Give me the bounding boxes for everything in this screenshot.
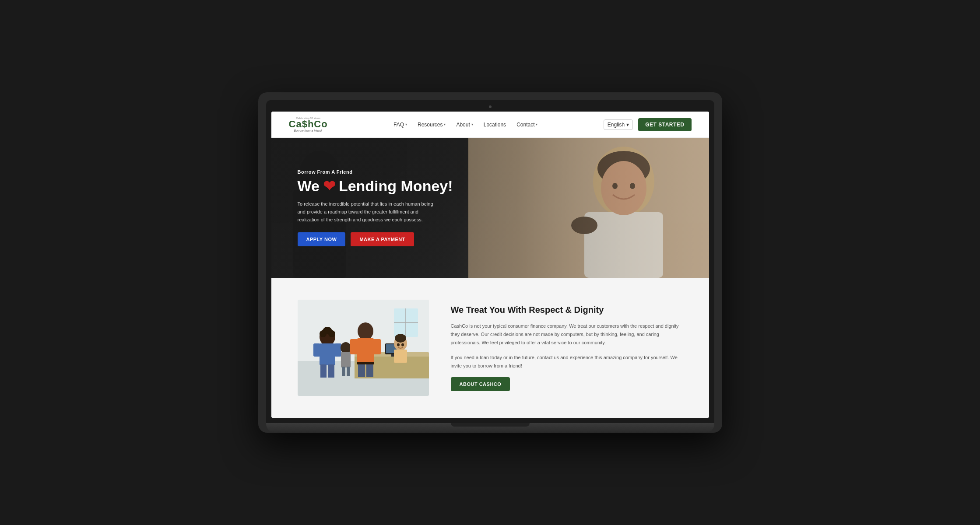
svg-point-45 (395, 334, 406, 343)
header-right: English ▾ GET STARTED (604, 118, 692, 131)
nav-contact[interactable]: Contact ▾ (512, 119, 542, 130)
laptop-base (266, 423, 714, 433)
svg-rect-28 (320, 343, 335, 365)
svg-point-7 (571, 217, 597, 234)
lang-chevron-icon: ▾ (626, 122, 629, 128)
logo-tagline: Borrow from a friend. (294, 129, 322, 132)
faq-chevron-icon: ▾ (405, 122, 407, 126)
svg-rect-42 (366, 363, 373, 377)
nav-locations[interactable]: Locations (479, 119, 510, 130)
language-selector[interactable]: English ▾ (604, 119, 633, 130)
about-paragraph-2: If you need a loan today or in the futur… (451, 354, 683, 370)
svg-rect-41 (358, 363, 365, 377)
hero-content: Borrow From A Friend We ❤ Lending Money!… (298, 169, 453, 246)
about-cashco-button[interactable]: ABOUT CASHCO (451, 377, 510, 391)
svg-rect-20 (391, 354, 394, 357)
about-image (298, 300, 429, 396)
svg-rect-43 (357, 362, 374, 364)
svg-rect-40 (373, 339, 381, 354)
about-title: We Treat You With Respect & Dignity (451, 304, 683, 315)
hero-buttons: APPLY NOW MAKE A PAYMENT (298, 232, 453, 246)
svg-rect-34 (341, 352, 351, 368)
svg-rect-38 (357, 338, 374, 364)
svg-point-27 (323, 327, 332, 334)
site-header: Celebrating 30 Years Ca$hCo Borrow from … (271, 112, 709, 138)
about-content: We Treat You With Respect & Dignity Cash… (451, 304, 683, 391)
svg-point-5 (612, 183, 618, 189)
logo-text: Ca$hCo (289, 119, 328, 129)
hero-background-svg (468, 138, 709, 278)
hero-headline: We ❤ Lending Money! (298, 178, 453, 194)
hero-eyebrow: Borrow From A Friend (298, 169, 453, 175)
hero-description: To release the incredible potential that… (298, 200, 438, 224)
svg-point-6 (630, 183, 635, 189)
logo[interactable]: Celebrating 30 Years Ca$hCo Borrow from … (289, 117, 328, 132)
laptop-frame: Celebrating 30 Years Ca$hCo Borrow from … (258, 92, 722, 433)
svg-rect-30 (334, 343, 341, 357)
svg-rect-39 (350, 339, 358, 354)
about-section: We Treat You With Respect & Dignity Cash… (271, 278, 709, 418)
nav-resources[interactable]: Resources ▾ (413, 119, 450, 130)
contact-chevron-icon: ▾ (536, 122, 537, 126)
svg-point-37 (358, 322, 373, 340)
svg-point-33 (341, 342, 351, 354)
heart-icon: ❤ (323, 178, 335, 194)
main-nav: FAQ ▾ Resources ▾ About ▾ Locations (389, 119, 542, 130)
svg-rect-32 (328, 364, 334, 378)
nav-about[interactable]: About ▾ (452, 119, 477, 130)
svg-point-4 (601, 161, 646, 215)
about-paragraph-1: CashCo is not your typical consumer fina… (451, 322, 683, 346)
svg-rect-35 (342, 367, 345, 376)
camera-dot (489, 105, 492, 108)
svg-rect-31 (320, 364, 327, 378)
svg-rect-36 (347, 367, 350, 376)
screen-bezel: Celebrating 30 Years Ca$hCo Borrow from … (266, 100, 714, 423)
about-chevron-icon: ▾ (471, 122, 473, 126)
hero-section: Borrow From A Friend We ❤ Lending Money!… (271, 138, 709, 278)
apply-now-button[interactable]: APPLY NOW (298, 232, 346, 246)
laptop-screen: Celebrating 30 Years Ca$hCo Borrow from … (271, 112, 709, 418)
svg-rect-46 (394, 350, 407, 363)
svg-point-47 (397, 343, 400, 346)
get-started-button[interactable]: GET STARTED (638, 118, 691, 131)
about-scene-svg (298, 300, 429, 396)
make-payment-button[interactable]: MAKE A PAYMENT (351, 232, 414, 246)
nav-faq[interactable]: FAQ ▾ (389, 119, 411, 130)
resources-chevron-icon: ▾ (444, 122, 446, 126)
svg-point-48 (401, 343, 404, 346)
svg-rect-29 (313, 343, 320, 357)
